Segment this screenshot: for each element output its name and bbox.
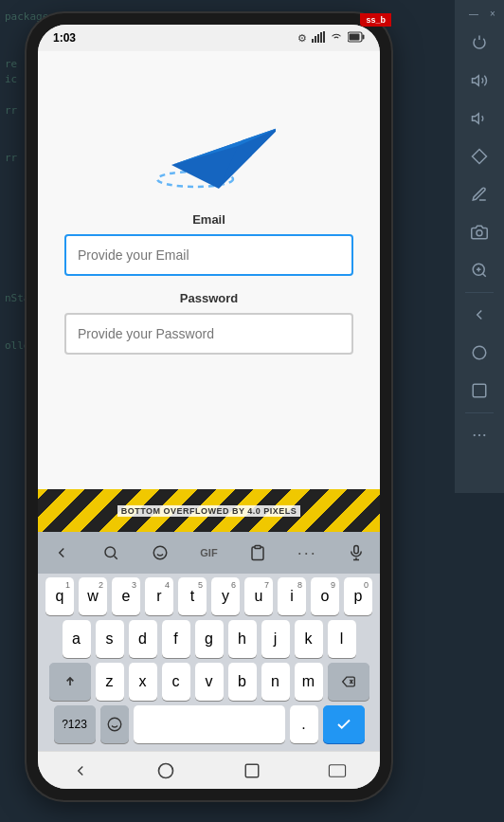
svg-line-5	[482, 273, 485, 276]
svg-rect-43	[245, 764, 259, 777]
pen-icon[interactable]	[460, 176, 498, 212]
key-k[interactable]: k	[295, 620, 323, 658]
keyboard-row-3: z x c v b n m	[42, 663, 376, 701]
form-section: Email Password	[57, 212, 361, 370]
key-g[interactable]: g	[195, 620, 224, 658]
zoom-icon[interactable]	[460, 252, 498, 288]
nav-bar	[38, 751, 380, 789]
svg-point-8	[473, 346, 486, 359]
key-c[interactable]: c	[162, 663, 190, 701]
nav-home-button[interactable]	[147, 752, 185, 790]
key-numbers[interactable]: ?123	[54, 705, 96, 743]
overflow-warning-stripe: BOTTOM OVERFLOWED BY 4.0 PIXELS	[38, 489, 380, 532]
svg-rect-15	[317, 34, 319, 43]
svg-point-3	[477, 230, 482, 236]
nav-back-button[interactable]	[62, 752, 99, 790]
key-l[interactable]: l	[328, 620, 356, 658]
nav-keyboard-button[interactable]	[318, 752, 356, 790]
svg-rect-16	[320, 32, 322, 43]
wifi-status-icon	[330, 31, 343, 45]
key-n[interactable]: n	[261, 663, 290, 701]
toolbar-divider	[465, 292, 494, 293]
svg-marker-2	[473, 150, 487, 164]
svg-rect-9	[473, 384, 486, 397]
password-label: Password	[64, 291, 353, 305]
volume-down-button[interactable]	[460, 100, 498, 137]
key-y[interactable]: 6y	[211, 577, 240, 615]
keyboard-row-2: a s d f g h j k l	[42, 620, 376, 658]
key-space[interactable]	[134, 705, 285, 743]
power-button[interactable]	[460, 25, 498, 61]
key-p[interactable]: 0p	[344, 577, 372, 615]
kb-mic-btn[interactable]	[340, 537, 372, 569]
key-j[interactable]: j	[261, 620, 290, 658]
kb-gif-btn[interactable]: GIF	[192, 537, 225, 569]
email-label: Email	[64, 212, 353, 227]
keyboard-area: 1q 2w 3e 4r 5t 6y 7u 8i 9o 0p a s d f	[38, 574, 380, 751]
svg-rect-44	[329, 764, 345, 776]
kb-emoji-face-btn[interactable]	[144, 537, 176, 569]
key-a[interactable]: a	[63, 620, 91, 658]
square-nav-icon[interactable]	[460, 373, 498, 409]
kb-more-btn[interactable]: ···	[291, 537, 323, 569]
key-o[interactable]: 9o	[311, 577, 339, 615]
toolbar-divider-2	[465, 412, 494, 413]
nav-recents-button[interactable]	[233, 752, 271, 790]
key-u[interactable]: 7u	[244, 577, 273, 615]
status-icons: ⚙	[297, 31, 365, 45]
key-period[interactable]: .	[290, 705, 318, 743]
sim-status-icon	[312, 31, 325, 45]
close-button[interactable]: ×	[487, 8, 498, 19]
svg-marker-1	[473, 114, 479, 124]
svg-rect-14	[315, 36, 316, 43]
kb-back-btn[interactable]	[45, 537, 78, 569]
keyboard-row-1: 1q 2w 3e 4r 5t 6y 7u 8i 9o 0p	[42, 577, 376, 615]
key-w[interactable]: 2w	[79, 577, 107, 615]
svg-point-12	[483, 434, 485, 436]
svg-point-11	[478, 434, 480, 436]
key-d[interactable]: d	[129, 620, 157, 658]
email-input[interactable]	[64, 234, 353, 276]
key-r[interactable]: 4r	[145, 577, 173, 615]
key-i[interactable]: 8i	[278, 577, 306, 615]
minimize-button[interactable]: —	[468, 8, 479, 19]
keyboard-rows: 1q 2w 3e 4r 5t 6y 7u 8i 9o 0p a s d f	[38, 574, 380, 743]
keyboard-bottom-row: ?123 .	[42, 705, 376, 743]
status-bar: 1:03 ⚙	[38, 25, 380, 51]
key-f[interactable]: f	[162, 620, 190, 658]
key-q[interactable]: 1q	[45, 577, 74, 615]
keyboard-toolbar: GIF ···	[38, 532, 380, 574]
more-options-button[interactable]	[460, 417, 498, 453]
key-backspace[interactable]	[328, 663, 369, 701]
key-b[interactable]: b	[228, 663, 257, 701]
app-content: Email Password	[38, 51, 380, 489]
erase-icon[interactable]	[460, 138, 498, 174]
svg-point-29	[153, 546, 167, 559]
debug-flag: ss_b	[360, 13, 391, 27]
back-nav-icon[interactable]	[460, 297, 498, 333]
key-s[interactable]: s	[96, 620, 124, 658]
key-z[interactable]: z	[96, 663, 124, 701]
svg-rect-20	[350, 34, 360, 41]
password-input[interactable]	[64, 313, 353, 355]
phone-frame: ss_b 1:03 ⚙	[27, 13, 391, 800]
circle-nav-icon[interactable]	[460, 335, 498, 371]
key-e[interactable]: 3e	[112, 577, 140, 615]
svg-rect-33	[354, 546, 359, 554]
status-time: 1:03	[53, 31, 76, 45]
volume-up-button[interactable]	[460, 63, 498, 99]
kb-clipboard-btn[interactable]	[242, 537, 274, 569]
key-x[interactable]: x	[129, 663, 157, 701]
key-emoji[interactable]	[100, 705, 129, 743]
key-t[interactable]: 5t	[178, 577, 207, 615]
camera-icon[interactable]	[460, 214, 498, 250]
key-v[interactable]: v	[195, 663, 224, 701]
kb-search-btn[interactable]	[95, 537, 127, 569]
key-enter[interactable]	[323, 705, 365, 743]
key-m[interactable]: m	[295, 663, 323, 701]
svg-rect-13	[312, 39, 314, 43]
svg-point-42	[159, 763, 173, 777]
key-h[interactable]: h	[228, 620, 257, 658]
key-shift[interactable]	[49, 663, 91, 701]
overflow-warning-text: BOTTOM OVERFLOWED BY 4.0 PIXELS	[117, 505, 301, 517]
